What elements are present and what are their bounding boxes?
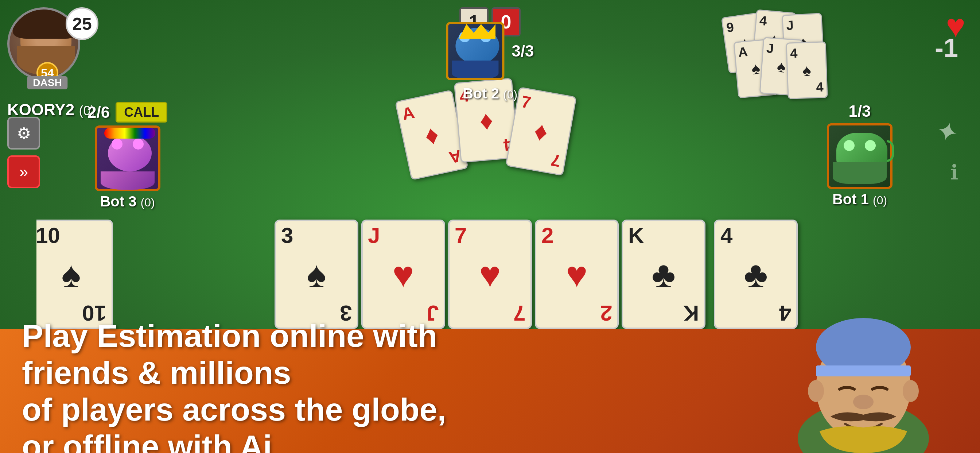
bottom-banner: Play Estimation online with friends & mi… bbox=[0, 329, 980, 453]
bot2-name: Bot 2 (0) bbox=[463, 85, 517, 102]
banner-character bbox=[776, 300, 951, 453]
bot1-avatar bbox=[827, 123, 892, 189]
bot1-container: 1/3 Bot 1 (0) bbox=[827, 102, 892, 207]
bot3-fraction: 2/6 bbox=[88, 103, 110, 121]
player-name: KOORY2 (0) bbox=[7, 100, 95, 119]
left-buttons: ⚙ » bbox=[7, 117, 40, 188]
thought-bubble: 25 bbox=[65, 7, 99, 40]
svg-point-4 bbox=[853, 395, 873, 409]
minus-one-indicator: -1 bbox=[935, 33, 958, 63]
bot3-container: 2/6 CALL Bot 3 (0) bbox=[88, 102, 167, 210]
player-koory2: 25 54 DASH 1/0 KOORY2 (0) bbox=[7, 7, 95, 119]
hand-card-3-spades[interactable]: 3 ♠ 3 bbox=[275, 220, 358, 329]
bot2-fraction: 3/3 bbox=[512, 42, 534, 60]
svg-rect-3 bbox=[816, 365, 911, 376]
hand-card-7-hearts[interactable]: 7 ♥ 7 bbox=[448, 220, 532, 329]
player-hand: 3 ♠ 3 J ♥ J 7 ♥ 7 2 ♥ 2 K ♣ K bbox=[275, 220, 705, 329]
hand-card-2-hearts[interactable]: 2 ♥ 2 bbox=[535, 220, 619, 329]
info-icon[interactable]: ℹ bbox=[950, 161, 958, 184]
tr-card-4s-2: 4 ♠ 4 bbox=[786, 41, 827, 99]
dash-badge: DASH bbox=[27, 76, 67, 89]
hand-card-king-clubs[interactable]: K ♣ K bbox=[622, 220, 705, 329]
svg-point-6 bbox=[903, 380, 919, 402]
bot1-name: Bot 1 (0) bbox=[832, 191, 887, 207]
game-table: 1 0 ♥ -1 ✦ ℹ 25 54 DASH 1/0 KOORY bbox=[0, 0, 980, 453]
top-right-card-cluster: 9 ♠ 9 4 ♠ 4 J ♠ J A ♠ A J ♠ J 4 bbox=[725, 11, 834, 84]
forward-button[interactable]: » bbox=[7, 155, 40, 188]
banner-text: Play Estimation online with friends & mi… bbox=[22, 317, 460, 453]
bot3-call-badge: CALL bbox=[116, 102, 167, 123]
hand-card-jack-hearts[interactable]: J ♥ J bbox=[361, 220, 445, 329]
bot3-name: Bot 3 (0) bbox=[100, 193, 154, 210]
bot1-fraction: 1/3 bbox=[848, 102, 870, 120]
flying-card-icon: ✦ bbox=[932, 115, 962, 150]
svg-point-5 bbox=[808, 380, 824, 402]
bot2-container: 3/3 Bot 2 (0) bbox=[446, 22, 534, 102]
settings-button[interactable]: ⚙ bbox=[7, 117, 40, 150]
bot3-avatar bbox=[95, 126, 161, 191]
bot2-avatar bbox=[446, 22, 504, 80]
hand-card-10-spades-partial[interactable]: 10 ♠ 10 bbox=[29, 220, 113, 329]
